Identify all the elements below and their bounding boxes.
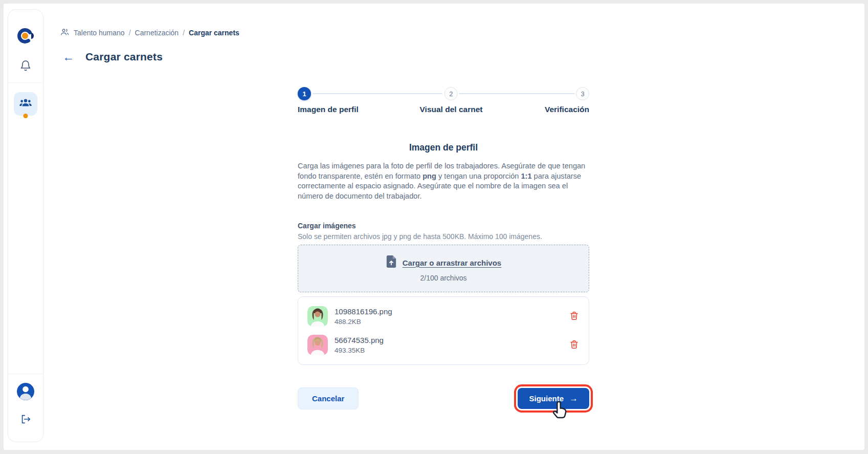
form-actions: Cancelar Siguiente → [298, 387, 589, 409]
stepper: 1 Imagen de perfil 2 Visual del carnet 3… [298, 87, 589, 116]
cancel-button[interactable]: Cancelar [298, 387, 359, 409]
back-button[interactable]: ← [62, 51, 74, 63]
user-avatar[interactable] [16, 382, 35, 402]
stepper-step-imagen-de-perfil[interactable]: 1 Imagen de perfil [298, 87, 359, 114]
breadcrumb-separator: / [183, 29, 185, 37]
step-label: Visual del carnet [420, 105, 483, 114]
section-heading: Imagen de perfil [298, 142, 589, 153]
uploaded-files-list: 1098816196.png 488.2KB [298, 296, 589, 365]
sidebar-divider [8, 82, 43, 83]
breadcrumb-item-carnetizacion[interactable]: Carnetización [135, 29, 179, 37]
file-item: 1098816196.png 488.2KB [307, 302, 580, 331]
app-window: Talento humano / Carnetización / Cargar … [4, 4, 864, 450]
upload-file-icon [386, 255, 397, 270]
avatar-icon [16, 382, 35, 402]
page-title: Cargar carnets [85, 51, 163, 63]
sidebar [8, 9, 43, 442]
upload-field-label: Cargar imágenes [298, 222, 589, 230]
file-count: 2/100 archivos [420, 274, 466, 282]
page-header: ← Cargar carnets [62, 51, 864, 63]
bell-icon [19, 59, 32, 73]
people-outline-icon [60, 27, 70, 38]
trash-icon [569, 339, 579, 351]
file-name: 56674535.png [335, 336, 562, 344]
arrow-left-icon: ← [62, 51, 74, 63]
logout-icon [20, 414, 31, 426]
step-number-badge: 2 [444, 87, 458, 100]
breadcrumb-item-talento-humano[interactable]: Talento humano [74, 29, 125, 37]
file-info: 56674535.png 493.35KB [335, 336, 562, 354]
breadcrumb-item-current: Cargar carnets [189, 29, 239, 37]
profile-photo-thumbnail [307, 306, 328, 327]
section-description: Carga las imágenes para la foto de perfi… [298, 161, 589, 201]
file-size: 488.2KB [335, 318, 562, 326]
file-item: 56674535.png 493.35KB [307, 331, 580, 359]
delete-file-button[interactable] [568, 339, 580, 351]
file-size: 493.35KB [335, 347, 562, 354]
step-number-badge: 3 [576, 87, 589, 100]
company-logo-icon [15, 40, 36, 48]
breadcrumb: Talento humano / Carnetización / Cargar … [60, 27, 864, 38]
file-dropzone[interactable]: Cargar o arrastrar archivos 2/100 archiv… [298, 245, 589, 292]
next-button-label: Siguiente [529, 394, 564, 403]
notification-dot [24, 114, 28, 118]
next-button[interactable]: Siguiente → [518, 388, 589, 409]
sidebar-divider [8, 374, 43, 374]
profile-photo-thumbnail [307, 335, 328, 355]
file-info: 1098816196.png 488.2KB [335, 307, 562, 326]
delete-file-button[interactable] [568, 311, 580, 322]
notifications-button[interactable] [19, 59, 32, 73]
file-name: 1098816196.png [335, 307, 562, 316]
step-label: Verificación [545, 105, 589, 114]
stepper-step-visual-del-carnet[interactable]: 2 Visual del carnet [420, 87, 483, 114]
trash-icon [569, 311, 579, 322]
logout-button[interactable] [20, 414, 31, 426]
people-group-icon [19, 96, 32, 112]
step-label: Imagen de perfil [298, 105, 359, 114]
breadcrumb-separator: / [129, 29, 131, 37]
stepper-step-verificacion[interactable]: 3 Verificación [545, 87, 589, 114]
step-number-badge: 1 [298, 87, 311, 100]
app-logo[interactable] [15, 26, 36, 46]
next-button-highlight: Siguiente → [518, 388, 589, 409]
sidebar-item-talento-humano[interactable] [14, 92, 37, 116]
arrow-right-icon: → [569, 395, 578, 402]
upload-link[interactable]: Cargar o arrastrar archivos [403, 258, 501, 267]
upload-helper-text: Solo se permiten archivos jpg y png de h… [298, 232, 589, 241]
main-content: Talento humano / Carnetización / Cargar … [44, 4, 864, 450]
